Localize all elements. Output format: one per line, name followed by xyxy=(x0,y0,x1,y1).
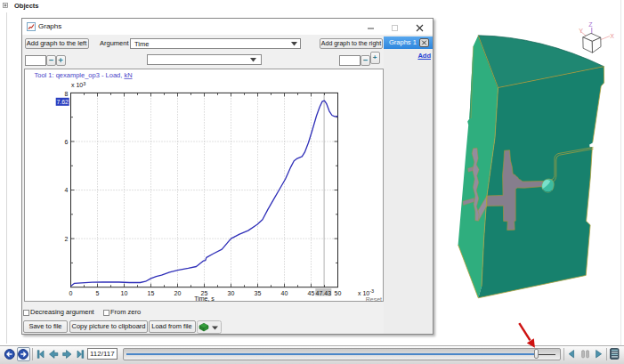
svg-text:Y: Y xyxy=(579,28,583,34)
svg-text:4: 4 xyxy=(65,187,69,193)
svg-text:0: 0 xyxy=(69,290,73,296)
svg-text:6: 6 xyxy=(65,139,69,145)
svg-text:15: 15 xyxy=(148,290,155,296)
svg-text:x 10-3: x 10-3 xyxy=(358,288,374,296)
svg-text:8: 8 xyxy=(65,91,69,97)
svg-text:20: 20 xyxy=(174,290,182,296)
svg-text:x 103: x 103 xyxy=(71,81,85,89)
svg-text:30: 30 xyxy=(228,290,235,296)
svg-text:50: 50 xyxy=(335,290,342,296)
svg-text:10: 10 xyxy=(121,290,128,296)
svg-text:7.62: 7.62 xyxy=(56,99,69,105)
svg-text:Z: Z xyxy=(588,21,593,28)
svg-text:2: 2 xyxy=(65,236,69,242)
svg-text:47.43: 47.43 xyxy=(316,290,332,296)
svg-text:Reset: Reset xyxy=(366,296,382,303)
svg-text:45: 45 xyxy=(308,290,315,296)
svg-text:40: 40 xyxy=(281,290,288,296)
svg-text:X: X xyxy=(610,33,614,39)
svg-text:Time, s: Time, s xyxy=(194,295,215,302)
svg-text:35: 35 xyxy=(255,290,262,296)
svg-text:Tool 1: qexample_op3 - Load, k: Tool 1: qexample_op3 - Load, kN xyxy=(35,71,133,79)
svg-text:5: 5 xyxy=(96,290,100,296)
